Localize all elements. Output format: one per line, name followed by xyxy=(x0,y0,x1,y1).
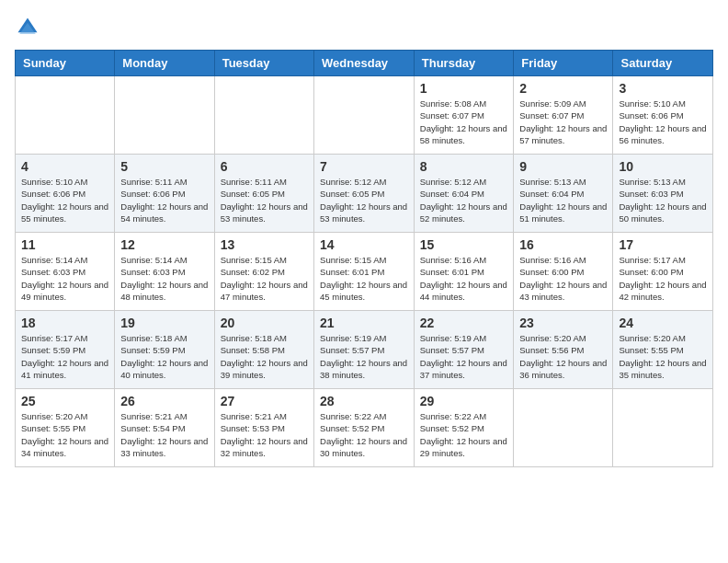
calendar-week-row: 4Sunrise: 5:10 AM Sunset: 6:06 PM Daylig… xyxy=(16,155,713,233)
day-number: 25 xyxy=(21,394,108,408)
day-info: Sunrise: 5:12 AM Sunset: 6:04 PM Dayligh… xyxy=(420,176,508,224)
calendar-cell: 5Sunrise: 5:11 AM Sunset: 6:06 PM Daylig… xyxy=(115,155,214,233)
day-info: Sunrise: 5:14 AM Sunset: 6:03 PM Dayligh… xyxy=(120,254,208,303)
day-number: 9 xyxy=(519,159,607,174)
calendar-cell: 8Sunrise: 5:12 AM Sunset: 6:04 PM Daylig… xyxy=(414,155,514,233)
calendar-cell: 1Sunrise: 5:08 AM Sunset: 6:07 PM Daylig… xyxy=(414,76,514,155)
day-info: Sunrise: 5:15 AM Sunset: 6:01 PM Dayligh… xyxy=(320,254,408,303)
dow-header: Wednesday xyxy=(314,51,415,76)
day-number: 10 xyxy=(619,159,707,174)
day-info: Sunrise: 5:10 AM Sunset: 6:06 PM Dayligh… xyxy=(21,176,108,224)
calendar-cell: 6Sunrise: 5:11 AM Sunset: 6:05 PM Daylig… xyxy=(214,155,313,233)
day-number: 17 xyxy=(619,237,707,252)
day-info: Sunrise: 5:22 AM Sunset: 5:52 PM Dayligh… xyxy=(420,410,508,459)
calendar-cell: 11Sunrise: 5:14 AM Sunset: 6:03 PM Dayli… xyxy=(16,233,115,311)
day-info: Sunrise: 5:20 AM Sunset: 5:55 PM Dayligh… xyxy=(21,410,108,459)
calendar-cell xyxy=(514,389,613,467)
day-info: Sunrise: 5:22 AM Sunset: 5:52 PM Dayligh… xyxy=(320,410,408,459)
day-number: 23 xyxy=(519,316,607,330)
calendar-week-row: 18Sunrise: 5:17 AM Sunset: 5:59 PM Dayli… xyxy=(16,311,713,389)
calendar-week-row: 1Sunrise: 5:08 AM Sunset: 6:07 PM Daylig… xyxy=(16,76,713,155)
calendar-cell: 7Sunrise: 5:12 AM Sunset: 6:05 PM Daylig… xyxy=(314,155,415,233)
day-info: Sunrise: 5:08 AM Sunset: 6:07 PM Dayligh… xyxy=(420,98,508,146)
day-number: 13 xyxy=(221,237,308,252)
calendar-cell: 29Sunrise: 5:22 AM Sunset: 5:52 PM Dayli… xyxy=(414,389,514,467)
calendar-cell: 18Sunrise: 5:17 AM Sunset: 5:59 PM Dayli… xyxy=(16,311,115,389)
calendar-cell: 22Sunrise: 5:19 AM Sunset: 5:57 PM Dayli… xyxy=(414,311,514,389)
calendar-cell xyxy=(214,76,313,155)
day-number: 19 xyxy=(120,316,208,330)
calendar-cell: 25Sunrise: 5:20 AM Sunset: 5:55 PM Dayli… xyxy=(16,389,115,467)
calendar-cell: 9Sunrise: 5:13 AM Sunset: 6:04 PM Daylig… xyxy=(514,155,613,233)
calendar-cell: 13Sunrise: 5:15 AM Sunset: 6:02 PM Dayli… xyxy=(214,233,313,311)
dow-header: Sunday xyxy=(16,51,115,76)
calendar-cell xyxy=(314,76,415,155)
day-info: Sunrise: 5:14 AM Sunset: 6:03 PM Dayligh… xyxy=(21,254,108,303)
day-info: Sunrise: 5:17 AM Sunset: 6:00 PM Dayligh… xyxy=(619,254,707,303)
calendar-cell: 3Sunrise: 5:10 AM Sunset: 6:06 PM Daylig… xyxy=(613,76,713,155)
day-number: 6 xyxy=(221,159,308,174)
day-number: 4 xyxy=(21,159,108,174)
calendar-week-row: 25Sunrise: 5:20 AM Sunset: 5:55 PM Dayli… xyxy=(16,389,713,467)
day-number: 11 xyxy=(21,237,108,252)
day-number: 7 xyxy=(320,159,408,174)
day-info: Sunrise: 5:18 AM Sunset: 5:59 PM Dayligh… xyxy=(120,332,208,381)
day-info: Sunrise: 5:18 AM Sunset: 5:58 PM Dayligh… xyxy=(221,332,308,381)
calendar-cell: 16Sunrise: 5:16 AM Sunset: 6:00 PM Dayli… xyxy=(514,233,613,311)
calendar-cell: 23Sunrise: 5:20 AM Sunset: 5:56 PM Dayli… xyxy=(514,311,613,389)
calendar-cell: 20Sunrise: 5:18 AM Sunset: 5:58 PM Dayli… xyxy=(214,311,313,389)
day-number: 21 xyxy=(320,316,408,330)
logo-icon xyxy=(15,15,40,40)
day-info: Sunrise: 5:11 AM Sunset: 6:06 PM Dayligh… xyxy=(120,176,208,224)
day-info: Sunrise: 5:13 AM Sunset: 6:04 PM Dayligh… xyxy=(519,176,607,224)
day-number: 29 xyxy=(420,394,508,408)
day-number: 12 xyxy=(120,237,208,252)
day-info: Sunrise: 5:10 AM Sunset: 6:06 PM Dayligh… xyxy=(619,98,707,146)
day-info: Sunrise: 5:19 AM Sunset: 5:57 PM Dayligh… xyxy=(420,332,508,381)
calendar-cell xyxy=(613,389,713,467)
logo xyxy=(15,15,44,40)
day-info: Sunrise: 5:12 AM Sunset: 6:05 PM Dayligh… xyxy=(320,176,408,224)
calendar-cell: 10Sunrise: 5:13 AM Sunset: 6:03 PM Dayli… xyxy=(613,155,713,233)
day-number: 22 xyxy=(420,316,508,330)
day-number: 14 xyxy=(320,237,408,252)
calendar-cell: 4Sunrise: 5:10 AM Sunset: 6:06 PM Daylig… xyxy=(16,155,115,233)
calendar-cell: 14Sunrise: 5:15 AM Sunset: 6:01 PM Dayli… xyxy=(314,233,415,311)
day-info: Sunrise: 5:20 AM Sunset: 5:55 PM Dayligh… xyxy=(619,332,707,381)
day-number: 27 xyxy=(221,394,308,408)
day-info: Sunrise: 5:16 AM Sunset: 6:00 PM Dayligh… xyxy=(519,254,607,303)
day-number: 20 xyxy=(221,316,308,330)
calendar-cell: 12Sunrise: 5:14 AM Sunset: 6:03 PM Dayli… xyxy=(115,233,214,311)
day-info: Sunrise: 5:17 AM Sunset: 5:59 PM Dayligh… xyxy=(21,332,108,381)
day-info: Sunrise: 5:19 AM Sunset: 5:57 PM Dayligh… xyxy=(320,332,408,381)
day-info: Sunrise: 5:11 AM Sunset: 6:05 PM Dayligh… xyxy=(221,176,308,224)
day-number: 26 xyxy=(120,394,208,408)
day-number: 28 xyxy=(320,394,408,408)
calendar-cell xyxy=(115,76,214,155)
day-info: Sunrise: 5:21 AM Sunset: 5:53 PM Dayligh… xyxy=(221,410,308,459)
calendar-body: 1Sunrise: 5:08 AM Sunset: 6:07 PM Daylig… xyxy=(16,76,713,467)
calendar-cell: 17Sunrise: 5:17 AM Sunset: 6:00 PM Dayli… xyxy=(613,233,713,311)
calendar-cell: 19Sunrise: 5:18 AM Sunset: 5:59 PM Dayli… xyxy=(115,311,214,389)
day-info: Sunrise: 5:09 AM Sunset: 6:07 PM Dayligh… xyxy=(519,98,607,146)
calendar-cell: 28Sunrise: 5:22 AM Sunset: 5:52 PM Dayli… xyxy=(314,389,415,467)
day-number: 3 xyxy=(619,81,707,96)
day-info: Sunrise: 5:15 AM Sunset: 6:02 PM Dayligh… xyxy=(221,254,308,303)
calendar-table: SundayMondayTuesdayWednesdayThursdayFrid… xyxy=(15,50,713,467)
day-number: 15 xyxy=(420,237,508,252)
day-number: 1 xyxy=(420,81,508,96)
day-number: 24 xyxy=(619,316,707,330)
day-info: Sunrise: 5:13 AM Sunset: 6:03 PM Dayligh… xyxy=(619,176,707,224)
calendar-cell: 15Sunrise: 5:16 AM Sunset: 6:01 PM Dayli… xyxy=(414,233,514,311)
calendar-cell xyxy=(16,76,115,155)
dow-header: Saturday xyxy=(613,51,713,76)
day-of-week-row: SundayMondayTuesdayWednesdayThursdayFrid… xyxy=(16,51,713,76)
day-info: Sunrise: 5:16 AM Sunset: 6:01 PM Dayligh… xyxy=(420,254,508,303)
dow-header: Monday xyxy=(115,51,214,76)
dow-header: Thursday xyxy=(414,51,514,76)
calendar-cell: 21Sunrise: 5:19 AM Sunset: 5:57 PM Dayli… xyxy=(314,311,415,389)
calendar-cell: 2Sunrise: 5:09 AM Sunset: 6:07 PM Daylig… xyxy=(514,76,613,155)
day-info: Sunrise: 5:20 AM Sunset: 5:56 PM Dayligh… xyxy=(519,332,607,381)
day-number: 16 xyxy=(519,237,607,252)
day-number: 18 xyxy=(21,316,108,330)
